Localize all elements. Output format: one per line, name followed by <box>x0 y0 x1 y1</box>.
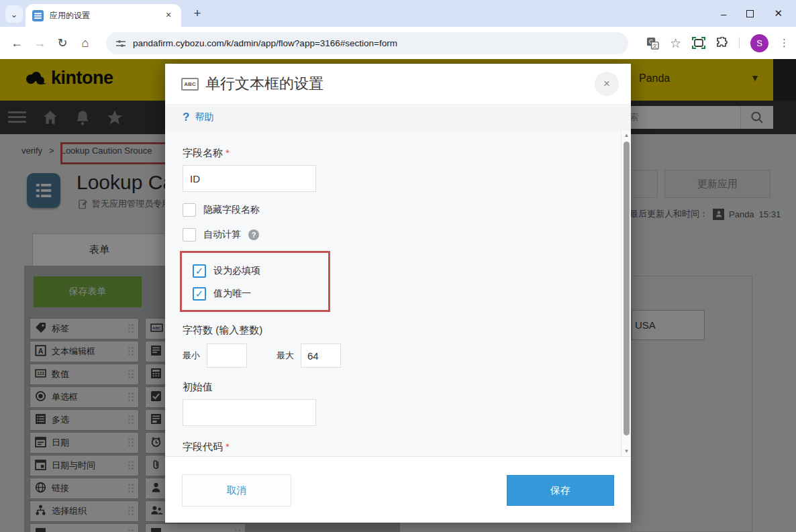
app-favicon-icon <box>32 10 44 21</box>
required-mark: * <box>226 147 230 158</box>
modal-scrollbar[interactable]: ▲ ▼ <box>621 131 631 456</box>
modal-title: 单行文本框的设置 <box>205 74 595 94</box>
checkbox-option-row: ✓值为唯一 <box>193 287 328 301</box>
scroll-down-icon[interactable]: ▼ <box>621 447 631 456</box>
extensions-icon[interactable] <box>716 37 728 49</box>
modal-footer: 取消 保存 <box>165 456 631 523</box>
initial-value-label: 初始值 <box>183 381 621 394</box>
window-controls: – ✕ <box>721 0 791 27</box>
highlighted-checkbox-list: ✓设为必填项✓值为唯一 <box>193 264 328 301</box>
new-tab-button[interactable]: + <box>189 5 205 21</box>
option-checkbox-list: ✓隐藏字段名称✓自动计算? <box>183 203 621 242</box>
translate-icon[interactable]: G文 <box>646 37 659 50</box>
modal-body: 字段名称* ID ✓隐藏字段名称✓自动计算? ✓设为必填项✓值为唯一 字符数 (… <box>165 131 631 456</box>
capture-icon[interactable] <box>692 37 705 49</box>
cancel-button[interactable]: 取消 <box>182 474 291 507</box>
modal-scroll-content: 字段名称* ID ✓隐藏字段名称✓自动计算? ✓设为必填项✓值为唯一 字符数 (… <box>165 131 621 456</box>
char-count-row: 最小 最大 64 <box>183 343 621 368</box>
browser-address-bar: ← → ↻ ⌂ pandafirm.cybozu.com/k/admin/app… <box>0 27 796 59</box>
min-label: 最小 <box>183 350 200 362</box>
checkbox-option-row: ✓隐藏字段名称 <box>183 203 621 217</box>
bookmark-star-icon[interactable]: ☆ <box>670 36 681 51</box>
modal-close-icon[interactable]: × <box>595 72 619 96</box>
min-input[interactable] <box>207 343 247 368</box>
field-code-label: 字段代码* <box>183 441 621 454</box>
browser-tab[interactable]: 应用的设置 × <box>26 4 181 27</box>
help-bar: ? 帮助 <box>165 104 631 131</box>
screen: ⌄ 应用的设置 × + – ✕ ← → ↻ ⌂ pandafirm.cybozu… <box>0 0 796 532</box>
profile-avatar[interactable]: S <box>750 34 768 52</box>
site-settings-icon[interactable] <box>115 38 126 49</box>
web-page: kintone Panda ▼ 搜索 verify > Lookup Cauti… <box>0 59 796 532</box>
modal-header: ABC 单行文本框的设置 × <box>165 64 631 104</box>
forward-icon[interactable]: → <box>28 36 51 50</box>
checkbox[interactable]: ✓ <box>193 264 206 278</box>
url-text: pandafirm.cybozu.com/k/admin/app/flow?ap… <box>133 38 397 48</box>
window-maximize-button[interactable] <box>746 10 754 17</box>
help-link[interactable]: 帮助 <box>195 111 213 123</box>
home-icon[interactable]: ⌂ <box>74 36 97 50</box>
field-name-label: 字段名称* <box>183 147 621 160</box>
annotation-box-options: ✓设为必填项✓值为唯一 <box>180 251 330 312</box>
help-question-icon: ? <box>183 111 189 124</box>
initial-value-input[interactable] <box>183 399 316 426</box>
checkbox-option-row: ✓设为必填项 <box>193 264 328 278</box>
checkbox[interactable]: ✓ <box>183 203 196 217</box>
window-minimize-button[interactable]: – <box>721 8 726 19</box>
max-label: 最大 <box>277 350 294 362</box>
required-mark: * <box>226 441 230 452</box>
tab-title: 应用的设置 <box>50 10 162 21</box>
checkbox[interactable]: ✓ <box>183 228 196 242</box>
tab-search-chevron-button[interactable]: ⌄ <box>5 5 23 23</box>
scroll-up-icon[interactable]: ▲ <box>621 131 631 140</box>
browser-menu-icon[interactable]: ⋮ <box>779 37 789 49</box>
single-line-text-type-icon: ABC <box>181 78 199 91</box>
back-icon[interactable]: ← <box>5 36 28 50</box>
tab-close-icon[interactable]: × <box>162 9 175 21</box>
checkbox-option-row: ✓自动计算? <box>183 228 621 242</box>
browser-tab-strip: ⌄ 应用的设置 × + – ✕ <box>0 0 796 27</box>
scrollbar-thumb[interactable] <box>624 142 630 435</box>
address-bar[interactable]: pandafirm.cybozu.com/k/admin/app/flow?ap… <box>106 32 628 54</box>
address-bar-actions: G文 ☆ S ⋮ <box>646 27 789 59</box>
help-circle-icon[interactable]: ? <box>248 229 259 240</box>
checkbox[interactable]: ✓ <box>193 287 206 301</box>
divider <box>739 37 740 49</box>
reload-icon[interactable]: ↻ <box>51 36 74 50</box>
max-input[interactable]: 64 <box>301 343 341 368</box>
window-close-button[interactable]: ✕ <box>774 7 783 19</box>
save-button[interactable]: 保存 <box>507 475 614 506</box>
char-count-label: 字符数 (输入整数) <box>183 324 621 337</box>
svg-text:文: 文 <box>652 42 658 48</box>
field-settings-modal: ABC 单行文本框的设置 × ? 帮助 字段名称* ID ✓隐藏字段名称✓自动计… <box>165 64 631 523</box>
field-name-input[interactable]: ID <box>183 165 316 192</box>
